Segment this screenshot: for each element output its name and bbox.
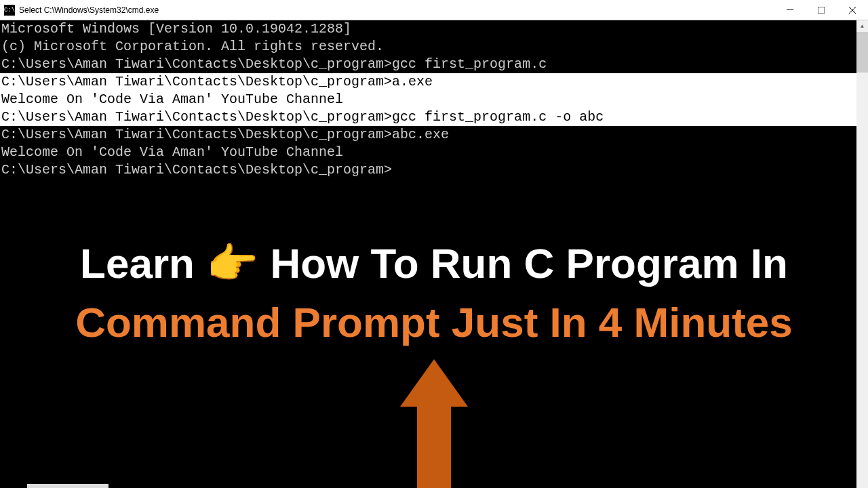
up-arrow-graphic — [410, 359, 458, 488]
term-line: C:\Users\Aman Tiwari\Contacts\Desktop\c_… — [0, 73, 868, 91]
scrollbar-thumb[interactable] — [856, 32, 868, 73]
terminal-highlight-block: C:\Users\Aman Tiwari\Contacts\Desktop\c_… — [0, 73, 868, 126]
terminal-lines-bottom: C:\Users\Aman Tiwari\Contacts\Desktop\c_… — [0, 126, 868, 179]
term-line: C:\Users\Aman Tiwari\Contacts\Desktop\c_… — [0, 126, 868, 144]
close-icon — [849, 7, 856, 14]
cmd-icon: C:\ — [4, 5, 15, 16]
svg-rect-0 — [787, 9, 793, 10]
arrow-head-icon — [400, 359, 468, 407]
overlay-title-line2: Command Prompt Just In 4 Minutes — [0, 298, 868, 346]
pointing-hand-icon: 👉 — [206, 239, 258, 288]
window-titlebar: C:\ Select C:\Windows\System32\cmd.exe — [0, 0, 868, 20]
overlay-line1-prefix: Learn — [80, 240, 206, 287]
overlay-line1-suffix: How To Run C Program In — [258, 240, 788, 287]
term-line: (c) Microsoft Corporation. All rights re… — [0, 38, 868, 56]
terminal-lines-top: Microsoft Windows [Version 10.0.19042.12… — [0, 20, 868, 73]
term-line: C:\Users\Aman Tiwari\Contacts\Desktop\c_… — [0, 161, 868, 179]
maximize-button[interactable] — [806, 0, 837, 20]
window-title: Select C:\Windows\System32\cmd.exe — [19, 5, 774, 15]
maximize-icon — [818, 7, 825, 14]
minimize-button[interactable] — [774, 0, 806, 20]
term-line: C:\Users\Aman Tiwari\Contacts\Desktop\c_… — [0, 56, 868, 73]
close-button[interactable] — [837, 0, 868, 20]
minimize-icon — [787, 9, 793, 10]
window-controls — [774, 0, 868, 20]
arrow-body — [417, 407, 451, 488]
term-line: C:\Users\Aman Tiwari\Contacts\Desktop\c_… — [0, 108, 868, 126]
svg-rect-1 — [818, 7, 825, 14]
overlay-title-line1: Learn 👉 How To Run C Program In — [0, 239, 868, 288]
term-line: Welcome On 'Code Via Aman' YouTube Chann… — [0, 144, 868, 161]
term-line: Welcome On 'Code Via Aman' YouTube Chann… — [0, 91, 868, 108]
term-line: Microsoft Windows [Version 10.0.19042.12… — [0, 20, 868, 38]
scroll-up-arrow-icon[interactable]: ▲ — [856, 20, 868, 32]
taskbar-edge — [27, 484, 108, 488]
